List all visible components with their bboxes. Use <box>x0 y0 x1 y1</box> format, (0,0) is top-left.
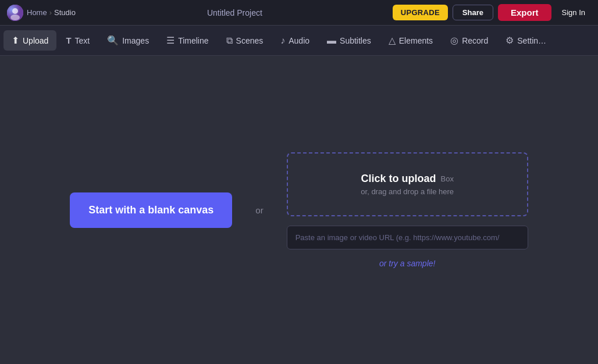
toolbar-label-settings: Settin… <box>517 36 546 45</box>
signin-button[interactable]: Sign In <box>556 5 591 20</box>
toolbar-label-audio: Audio <box>289 36 309 45</box>
project-title[interactable]: Untitled Project <box>207 8 262 17</box>
svg-point-2 <box>10 15 20 20</box>
upload-area: Click to upload Box or, drag and drop a … <box>287 152 528 268</box>
audio-icon: ♪ <box>280 35 285 46</box>
upload-icon: ⬆ <box>12 35 19 46</box>
url-input[interactable] <box>287 226 528 249</box>
record-icon: ◎ <box>450 35 458 46</box>
elements-icon: △ <box>389 35 396 46</box>
toolbar-label-scenes: Scenes <box>236 36 264 45</box>
toolbar-item-text[interactable]: T Text <box>58 31 98 50</box>
avatar <box>7 5 23 21</box>
toolbar-label-subtitles: Subtitles <box>340 36 371 45</box>
breadcrumb-home[interactable]: Home <box>27 8 47 17</box>
toolbar-item-timeline[interactable]: ☰ Timeline <box>158 30 216 51</box>
toolbar-item-scenes[interactable]: ⧉ Scenes <box>218 31 272 51</box>
toolbar-label-record: Record <box>462 36 488 45</box>
svg-point-1 <box>12 8 18 14</box>
breadcrumb: Home › Studio <box>27 8 76 17</box>
toolbar-item-record[interactable]: ◎ Record <box>442 30 496 51</box>
settings-icon: ⚙ <box>506 35 514 46</box>
toolbar-label-images: Images <box>122 36 149 45</box>
center-panel: Start with a blank canvas or Click to up… <box>70 152 528 268</box>
top-bar-right: UPGRADE Share Export Sign In <box>393 4 591 21</box>
upload-box[interactable]: Click to upload Box or, drag and drop a … <box>287 152 528 216</box>
toolbar: ⬆ Upload T Text 🔍 Images ☰ Timeline ⧉ Sc… <box>0 26 598 56</box>
top-bar: Home › Studio Untitled Project UPGRADE S… <box>0 0 598 26</box>
share-button[interactable]: Share <box>453 5 493 20</box>
export-button[interactable]: Export <box>498 4 551 21</box>
toolbar-item-audio[interactable]: ♪ Audio <box>272 31 318 51</box>
toolbar-label-text: Text <box>75 36 90 45</box>
toolbar-label-timeline: Timeline <box>178 36 208 45</box>
top-bar-left: Home › Studio <box>7 5 77 21</box>
try-sample-link[interactable]: or try a sample! <box>287 259 528 268</box>
top-bar-center: Untitled Project <box>81 8 388 17</box>
toolbar-item-upload[interactable]: ⬆ Upload <box>3 30 56 51</box>
timeline-icon: ☰ <box>166 35 175 46</box>
upload-box-subtitle: or, drag and drop a file here <box>361 187 454 196</box>
toolbar-item-images[interactable]: 🔍 Images <box>99 30 157 51</box>
toolbar-item-settings[interactable]: ⚙ Settin… <box>497 30 554 51</box>
breadcrumb-separator: › <box>49 8 52 17</box>
toolbar-label-elements: Elements <box>399 36 433 45</box>
toolbar-item-subtitles[interactable]: ▬ Subtitles <box>319 31 379 51</box>
upgrade-button[interactable]: UPGRADE <box>393 5 448 20</box>
upload-box-title: Click to upload Box <box>361 173 453 185</box>
text-icon: T <box>66 35 71 45</box>
breadcrumb-current: Studio <box>54 8 76 17</box>
images-icon: 🔍 <box>107 35 119 46</box>
main-content: Start with a blank canvas or Click to up… <box>0 56 598 364</box>
toolbar-item-elements[interactable]: △ Elements <box>380 30 441 51</box>
or-separator: or <box>255 205 263 215</box>
scenes-icon: ⧉ <box>226 35 233 46</box>
blank-canvas-button[interactable]: Start with a blank canvas <box>70 192 232 228</box>
subtitles-icon: ▬ <box>327 35 336 46</box>
toolbar-label-upload: Upload <box>23 36 48 45</box>
